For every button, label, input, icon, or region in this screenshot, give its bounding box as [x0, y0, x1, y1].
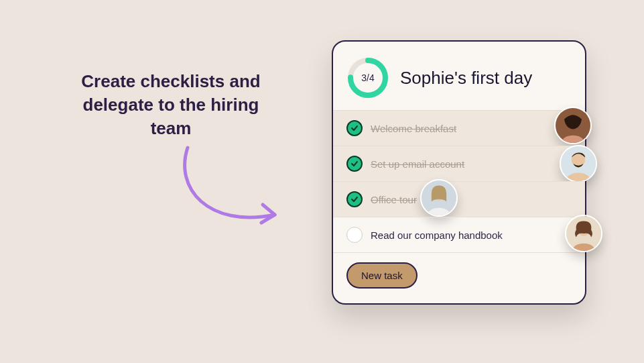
new-task-button[interactable]: New task [346, 262, 417, 289]
task-label: Welcome breakfast [371, 123, 456, 134]
task-row[interactable]: Read our company handbook [333, 217, 585, 252]
progress-label: 3/4 [346, 56, 389, 99]
card-header: 3/4 Sophie's first day [333, 54, 585, 110]
checkbox-checked-icon[interactable] [346, 156, 363, 172]
checklist-card: 3/4 Sophie's first day Welcome breakfast… [332, 40, 586, 305]
checkbox-checked-icon[interactable] [346, 191, 363, 207]
checklist-title: Sophie's first day [400, 68, 532, 89]
checkbox-unchecked-icon[interactable] [346, 227, 363, 243]
task-label: Set up email account [371, 158, 464, 170]
task-label: Office tour [371, 194, 417, 205]
assignee-avatar[interactable] [565, 215, 602, 252]
card-footer: New task [333, 252, 585, 291]
assignee-avatar[interactable] [560, 145, 597, 183]
task-label: Read our company handbook [371, 229, 503, 241]
marketing-headline: Create checklists and delegate to the hi… [67, 70, 275, 140]
assignee-avatar[interactable] [420, 179, 458, 217]
task-list: Welcome breakfast Set up email account O… [333, 110, 585, 252]
task-row[interactable]: Set up email account [333, 146, 585, 181]
task-row[interactable]: Welcome breakfast [333, 110, 585, 146]
assignee-avatar[interactable] [554, 107, 592, 144]
checkbox-checked-icon[interactable] [346, 120, 363, 136]
arrow-illustration [168, 141, 295, 248]
progress-ring: 3/4 [346, 56, 389, 99]
task-row[interactable]: Office tour [333, 181, 585, 217]
